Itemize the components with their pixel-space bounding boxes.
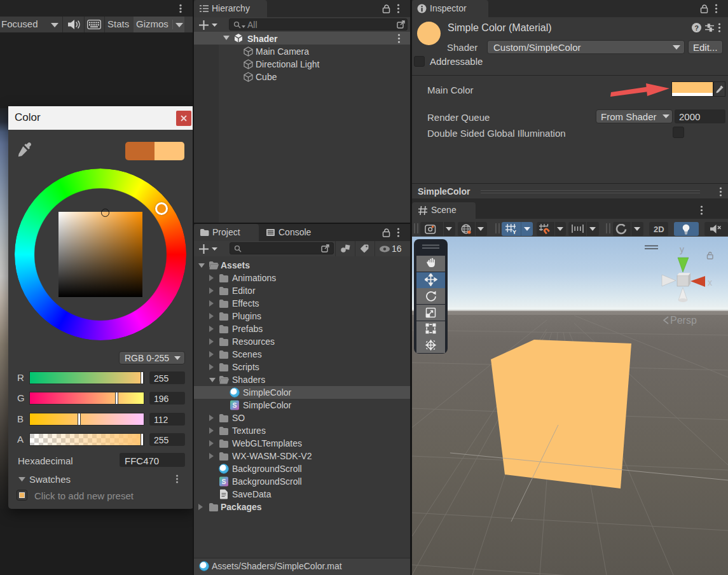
svg-text:y: y [680, 244, 684, 254]
svg-text:S: S [232, 401, 237, 409]
svg-text:x: x [708, 277, 712, 288]
svg-text:Y: Y [512, 229, 516, 235]
svg-text:Persp: Persp [670, 315, 697, 326]
svg-text:?: ? [694, 24, 699, 32]
svg-text:S: S [221, 478, 226, 485]
